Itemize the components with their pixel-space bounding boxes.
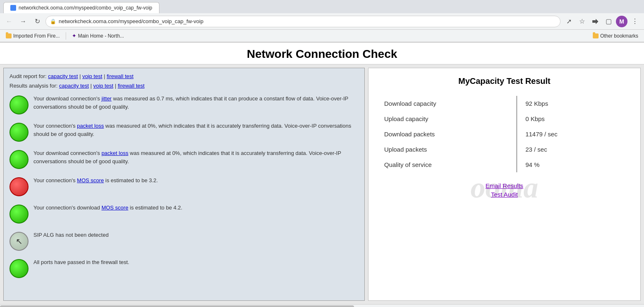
metric-row-3: Upload packets23 / sec [381,142,628,157]
profile-button[interactable]: M [616,16,627,27]
results-line: Results analysis for: capacity test | vo… [10,83,359,89]
result-panel-title: MyCapacity Test Result [381,76,628,86]
metric-row-2: Download packets11479 / sec [381,126,628,142]
indicator-0 [10,95,29,114]
result-row-1: Your connection's packet loss was measur… [10,122,359,142]
main-layout: Audit report for: capacity test | voip t… [0,64,644,304]
bookmark-button[interactable]: ☆ [576,16,588,27]
result-row-4: Your connection's download MOS score is … [10,204,359,224]
result-text-5: SIP ALG has not been detected [33,231,359,239]
metric-value-2: 11479 / sec [517,126,628,142]
bookmark-divider [66,32,66,40]
result-rows-container: Your download connection's jitter was me… [10,95,359,278]
result-row-5: ↖SIP ALG has not been detected [10,231,359,251]
results-prefix: Results analysis for: [10,83,59,89]
bookmark-item-1[interactable]: Imported From Fire... [3,32,62,40]
page-title: Network Connection Check [0,43,644,64]
indicator-6 [10,259,29,278]
result-text-0: Your download connection's jitter was me… [33,95,359,111]
browser-toolbar: ← → ↻ 🔒 networkcheck.ooma.com/myspeed/co… [0,13,644,30]
metrics-table: Download capacity92 KbpsUpload capacity0… [381,96,628,172]
bookmark-label-1: Imported From Fire... [13,33,60,39]
metric-value-3: 23 / sec [517,142,628,157]
tab-label: networkcheck.ooma.com/myspeed/combo_voip… [19,5,152,11]
folder-icon-other [593,33,599,38]
indicator-2 [10,150,29,169]
bookmark-other-label: Other bookmarks [600,33,638,39]
result-row-0: Your download connection's jitter was me… [10,95,359,114]
test-audit-link[interactable]: Test Audit [381,191,628,198]
result-text-3: Your connection's MOS score is estimated… [33,176,359,185]
audit-prefix: Audit report for: [10,73,47,79]
result-text-4: Your connection's download MOS score is … [33,204,359,212]
bookmark-label-2: Main Home - North... [78,33,124,39]
toolbar-actions: ➚ ☆ 🠲 ▢ M ⋮ [563,16,641,27]
results-link-voip[interactable]: voip test [93,83,113,89]
result-text-1: Your connection's packet loss was measur… [33,122,359,138]
audit-link-capacity[interactable]: capacity test [48,73,78,79]
indicator-4 [10,205,29,224]
page-content: Network Connection Check Audit report fo… [0,43,644,307]
results-link-firewall[interactable]: firewall test [118,83,145,89]
address-bar[interactable]: 🔒 networkcheck.ooma.com/myspeed/combo_vo… [45,16,561,27]
metric-label-0: Download capacity [381,96,517,111]
left-panel: Audit report for: capacity test | voip t… [3,68,365,301]
result-link-2[interactable]: packet loss [102,150,128,156]
menu-button[interactable]: ⋮ [629,16,641,27]
scrollbar-thumb [0,305,354,307]
audit-link-voip[interactable]: voip test [82,73,102,79]
metric-row-1: Upload capacity0 Kbps [381,111,628,126]
metric-label-2: Download packets [381,126,517,142]
folder-icon-1 [6,33,12,38]
results-sep1: | [90,83,93,89]
result-link-0[interactable]: jitter [102,95,112,102]
page-scrollbar[interactable] [0,304,644,307]
result-link-1[interactable]: packet loss [77,123,104,129]
audit-link-firewall[interactable]: firewall test [107,73,133,79]
result-row-3: Your connection's MOS score is estimated… [10,176,359,196]
indicator-5: ↖ [10,232,29,251]
right-panel: ooma MyCapacity Test Result Download cap… [368,68,641,301]
metric-value-0: 92 Kbps [517,96,628,111]
metric-row-4: Quality of service94 % [381,157,628,172]
bookmark-other[interactable]: Other bookmarks [590,32,641,40]
forward-button[interactable]: → [17,16,29,27]
lock-icon: 🔒 [50,19,56,24]
share-button[interactable]: ➚ [563,16,575,27]
result-link-3[interactable]: MOS score [77,177,104,183]
indicator-3 [10,177,29,196]
url-text: networkcheck.ooma.com/myspeed/combo_voip… [59,18,203,24]
extensions-button[interactable]: 🠲 [589,16,601,27]
indicator-1 [10,123,29,142]
results-link-capacity[interactable]: capacity test [59,83,89,89]
result-row-6: All ports have passed in the firewall te… [10,258,359,278]
metric-value-4: 94 % [517,157,628,172]
results-sep2: | [115,83,118,89]
result-link-4[interactable]: MOS score [102,205,128,211]
result-text-2: Your download connection's packet loss w… [33,149,359,165]
tab-favicon [10,5,16,11]
metric-value-1: 0 Kbps [517,111,628,126]
browser-chrome: networkcheck.ooma.com/myspeed/combo_voip… [0,0,644,43]
result-text-6: All ports have passed in the firewall te… [33,258,359,267]
right-links: Email Results Test Audit [381,182,628,198]
email-results-link[interactable]: Email Results [381,182,628,189]
audit-report-line: Audit report for: capacity test | voip t… [10,73,359,79]
metric-label-4: Quality of service [381,157,517,172]
ns-icon: ✦ [72,33,76,39]
browser-tabs: networkcheck.ooma.com/myspeed/combo_voip… [0,0,644,13]
metric-label-3: Upload packets [381,142,517,157]
bookmark-item-2[interactable]: ✦ Main Home - North... [69,31,126,40]
metrics-container: MyCapacity Test Result Download capacity… [381,76,628,198]
reload-button[interactable]: ↻ [31,16,43,27]
metric-row-0: Download capacity92 Kbps [381,96,628,111]
tab-button[interactable]: ▢ [603,16,614,27]
metric-label-1: Upload capacity [381,111,517,126]
active-tab[interactable]: networkcheck.ooma.com/myspeed/combo_voip… [3,2,159,13]
bookmarks-bar: Imported From Fire... ✦ Main Home - Nort… [0,30,644,42]
result-row-2: Your download connection's packet loss w… [10,149,359,169]
back-button[interactable]: ← [3,16,15,27]
